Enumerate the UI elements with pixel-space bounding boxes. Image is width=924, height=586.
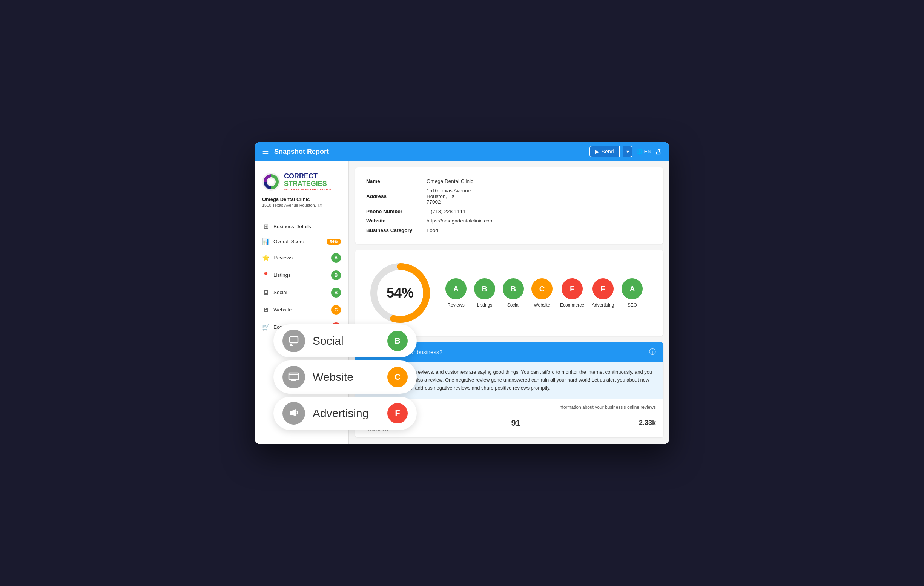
business-info-card: Name Omega Dental Clinic Address 1510 Te… [355, 167, 663, 244]
float-card-website[interactable]: Website C [274, 360, 417, 394]
grade-item-social: B Social [503, 278, 524, 308]
top-bar: ☰ Snapshot Report ▶ Send ▾ 🌐 EN 🖨 [254, 142, 670, 162]
website-icon: 🖥 [262, 306, 270, 314]
svg-point-1 [268, 179, 274, 185]
info-row-category: Business Category Food [366, 226, 652, 235]
reviews-badge: A [331, 253, 341, 263]
language-button[interactable]: 🌐 EN [636, 149, 651, 155]
business-details-icon: ⊞ [262, 223, 270, 230]
float-card-social[interactable]: Social B [274, 324, 417, 358]
social-badge: B [331, 288, 341, 297]
float-website-icon [282, 366, 305, 388]
svg-rect-11 [290, 412, 292, 415]
social-icon: 🖥 [262, 289, 270, 296]
send-dropdown-button[interactable]: ▾ [624, 146, 632, 157]
logo: CORRECT STRATEGIES SUCCESS IS IN THE DET… [262, 173, 341, 191]
stats-industry-avg: 91 [512, 418, 520, 428]
listings-icon: 📍 [262, 271, 270, 279]
sidebar-item-website[interactable]: 🖥 Website C [254, 301, 348, 319]
menu-icon[interactable]: ☰ [262, 147, 269, 156]
sidebar-item-social[interactable]: 🖥 Social B [254, 284, 348, 301]
page-title: Snapshot Report [274, 148, 329, 156]
grade-item-listings: B Listings [474, 278, 495, 308]
business-name: Omega Dental Clinic [262, 196, 341, 202]
info-row-phone: Phone Number 1 (713) 228-1111 [366, 206, 652, 216]
send-icon: ▶ [595, 149, 599, 155]
sidebar-item-reviews[interactable]: ⭐ Reviews A [254, 249, 348, 267]
svg-rect-6 [289, 373, 299, 380]
website-badge: C [331, 305, 341, 315]
float-website-label: Website [313, 371, 380, 383]
stats-industry-leaders: 2.33k [639, 419, 656, 427]
sidebar-item-listings[interactable]: 📍 Listings B [254, 267, 348, 284]
business-address: 1510 Texas Avenue Houston, TX [262, 203, 341, 207]
grade-item-ecommerce: F Ecommerce [560, 278, 584, 308]
print-button[interactable]: 🖨 [655, 148, 662, 156]
grade-circle-advertising: F [592, 278, 614, 299]
sidebar-item-business-details[interactable]: ⊞ Business Details [254, 219, 348, 234]
svg-rect-4 [290, 337, 298, 343]
float-website-badge: C [387, 367, 408, 387]
top-bar-left: ☰ Snapshot Report [262, 147, 329, 156]
floating-cards: Social B Website C [266, 321, 424, 433]
business-info-table: Name Omega Dental Clinic Address 1510 Te… [366, 177, 652, 235]
float-advertising-icon [282, 402, 305, 424]
grade-circle-listings: B [474, 278, 495, 299]
float-social-label: Social [313, 335, 380, 347]
send-button[interactable]: ▶ Send [589, 146, 620, 157]
info-row-website: Website https://omegadentalclinic.com [366, 216, 652, 226]
grade-circles: A Reviews B Listings [446, 278, 652, 308]
reviews-icon: ⭐ [262, 254, 270, 262]
grade-item-website: C Website [531, 278, 553, 308]
sidebar-item-overall-score[interactable]: 📊 Overall Score 54% [254, 234, 348, 249]
logo-area: CORRECT STRATEGIES SUCCESS IS IN THE DET… [254, 169, 348, 215]
grade-circle-seo: A [622, 278, 643, 299]
grade-circle-social: B [503, 278, 524, 299]
logo-text: CORRECT STRATEGIES SUCCESS IS IN THE DET… [284, 173, 331, 191]
grade-circle-reviews: A [446, 278, 467, 299]
score-donut: 54% [366, 259, 434, 327]
grade-circle-website: C [531, 278, 553, 299]
info-row-name: Name Omega Dental Clinic [366, 177, 652, 186]
float-card-advertising[interactable]: Advertising F [274, 397, 417, 430]
float-advertising-badge: F [387, 403, 408, 423]
grade-item-reviews: A Reviews [446, 278, 467, 308]
top-bar-right: ▶ Send ▾ 🌐 EN 🖨 [589, 146, 662, 157]
stats-sites-desc: Information about your business's online… [559, 404, 656, 410]
grade-item-seo: A SEO [622, 278, 643, 308]
grade-circle-ecommerce: F [561, 278, 583, 299]
globe-icon: 🌐 [636, 149, 643, 155]
info-row-address: Address 1510 Texas Avenue Houston, TX 77… [366, 186, 652, 206]
score-percent: 54% [386, 285, 414, 301]
grade-item-advertising: F Advertising [592, 278, 614, 308]
overall-score-badge: 54% [327, 239, 341, 245]
float-social-badge: B [387, 331, 408, 351]
logo-icon [262, 173, 280, 191]
float-social-icon [282, 330, 305, 352]
info-icon[interactable]: ⓘ [649, 347, 656, 357]
float-advertising-label: Advertising [313, 407, 380, 420]
overall-score-icon: 📊 [262, 238, 270, 246]
listings-badge: B [331, 271, 341, 280]
